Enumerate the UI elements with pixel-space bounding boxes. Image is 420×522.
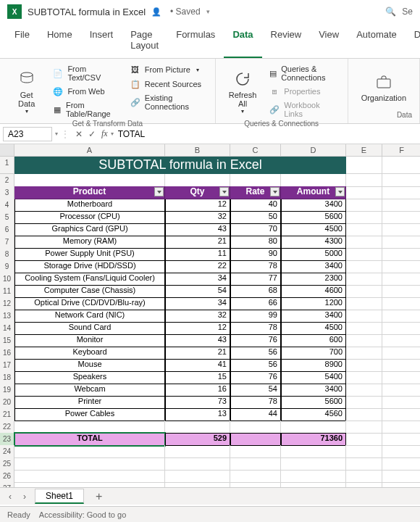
cell[interactable] <box>230 457 281 471</box>
column-header[interactable]: C <box>230 144 281 156</box>
row-header[interactable]: 14 <box>0 322 14 335</box>
table-cell-product[interactable]: Graphics Card (GPU) <box>14 223 165 236</box>
cell[interactable] <box>165 420 230 434</box>
table-cell-amount[interactable]: 5600 <box>281 396 346 409</box>
table-cell-amount[interactable]: 4560 <box>281 408 346 421</box>
cell[interactable] <box>346 347 382 360</box>
cell[interactable] <box>346 285 382 298</box>
table-cell-rate[interactable]: 50 <box>230 211 281 224</box>
cell[interactable] <box>382 157 420 174</box>
table-cell-product[interactable]: Storage Drive (HDD/SSD) <box>14 260 165 273</box>
table-cell-qty[interactable]: 12 <box>165 199 230 212</box>
table-cell-product[interactable]: Monitor <box>14 334 165 347</box>
table-cell-product[interactable]: Processor (CPU) <box>14 211 165 224</box>
search-icon[interactable]: 🔍 <box>385 7 396 17</box>
table-cell-product[interactable]: Webcam <box>14 384 165 397</box>
table-cell-product[interactable]: Speakers <box>14 371 165 384</box>
table-cell-qty[interactable]: 13 <box>165 408 230 421</box>
cell[interactable] <box>382 236 420 249</box>
cell[interactable] <box>346 334 382 347</box>
table-cell-product[interactable]: Power Supply Unit (PSU) <box>14 248 165 261</box>
name-box[interactable] <box>3 127 52 141</box>
table-cell-amount[interactable]: 4300 <box>281 236 346 249</box>
from-table-range-button[interactable]: ▦From Table/Range <box>50 99 122 120</box>
table-cell-rate[interactable]: 77 <box>230 273 281 286</box>
table-cell-amount[interactable]: 5400 <box>281 371 346 384</box>
filter-dropdown-icon[interactable] <box>270 187 280 196</box>
table-cell-qty[interactable]: 21 <box>165 236 230 249</box>
search-placeholder[interactable]: Se <box>402 7 413 17</box>
row-header[interactable]: 22 <box>0 420 14 434</box>
table-cell-amount[interactable]: 3400 <box>281 260 346 273</box>
table-cell-amount[interactable]: 4600 <box>281 285 346 298</box>
cell[interactable] <box>382 273 420 286</box>
table-header-rate[interactable]: Rate <box>230 186 281 199</box>
menu-tab-home[interactable]: Home <box>38 23 81 58</box>
table-cell-qty[interactable]: 16 <box>165 384 230 397</box>
row-header[interactable]: 6 <box>0 223 14 236</box>
table-cell-rate[interactable]: 40 <box>230 199 281 212</box>
from-text-csv-button[interactable]: 📄From Text/CSV <box>50 63 122 83</box>
cell[interactable] <box>346 384 382 397</box>
table-cell-qty[interactable]: 43 <box>165 334 230 347</box>
cell[interactable] <box>346 260 382 273</box>
cell[interactable] <box>382 408 420 421</box>
cell[interactable] <box>346 310 382 323</box>
row-header[interactable]: 13 <box>0 310 14 323</box>
cell[interactable] <box>382 433 420 446</box>
recent-sources-button[interactable]: 📋Recent Sources <box>127 78 208 91</box>
table-cell-qty[interactable]: 22 <box>165 260 230 273</box>
table-cell-product[interactable]: Cooling System (Fans/Liquid Cooler) <box>14 273 165 286</box>
cell[interactable] <box>165 445 230 458</box>
table-cell-amount[interactable]: 3400 <box>281 199 346 212</box>
fx-icon[interactable]: fx <box>98 128 111 139</box>
menu-tab-data[interactable]: Data <box>224 23 261 58</box>
cell[interactable] <box>346 445 382 458</box>
cell[interactable] <box>382 334 420 347</box>
cell[interactable] <box>382 347 420 360</box>
menu-tab-formulas[interactable]: Formulas <box>167 23 224 58</box>
cell[interactable] <box>346 297 382 310</box>
table-cell-product[interactable]: Network Card (NIC) <box>14 310 165 323</box>
sheet-nav-prev[interactable]: ‹ <box>6 492 14 502</box>
cell[interactable] <box>382 359 420 372</box>
cell[interactable] <box>346 433 382 446</box>
cell[interactable] <box>382 248 420 261</box>
table-cell-qty[interactable]: 43 <box>165 223 230 236</box>
sheet-title-cell[interactable]: SUBTOTAL formula in Excel <box>14 157 346 174</box>
table-cell-product[interactable]: Sound Card <box>14 322 165 335</box>
table-cell-amount[interactable]: 700 <box>281 347 346 360</box>
refresh-all-button[interactable]: Refresh All ▾ <box>223 63 263 120</box>
row-header[interactable]: 8 <box>0 248 14 261</box>
cell[interactable] <box>281 420 346 434</box>
column-header[interactable]: B <box>165 144 230 156</box>
table-cell-qty[interactable]: 54 <box>165 285 230 298</box>
formula-bar[interactable] <box>114 128 420 141</box>
row-header[interactable]: 5 <box>0 211 14 224</box>
filter-dropdown-icon[interactable] <box>154 187 164 196</box>
table-cell-amount[interactable]: 4500 <box>281 322 346 335</box>
cell[interactable] <box>165 470 230 483</box>
table-cell-rate[interactable]: 54 <box>230 384 281 397</box>
cell[interactable] <box>382 396 420 409</box>
cell[interactable] <box>346 236 382 249</box>
table-cell-qty[interactable]: 32 <box>165 310 230 323</box>
row-header[interactable]: 10 <box>0 273 14 286</box>
table-cell-amount[interactable]: 5600 <box>281 211 346 224</box>
filter-dropdown-icon[interactable] <box>219 187 229 196</box>
cell[interactable] <box>382 420 420 434</box>
table-cell-product[interactable]: Mouse <box>14 359 165 372</box>
cell[interactable] <box>346 248 382 261</box>
menu-tab-review[interactable]: Review <box>262 23 311 58</box>
row-header[interactable]: 16 <box>0 347 14 360</box>
cancel-formula-button[interactable]: ✕ <box>72 129 85 139</box>
table-cell-qty[interactable]: 32 <box>165 211 230 224</box>
get-data-button[interactable]: Get Data ▾ <box>7 63 46 120</box>
column-header[interactable]: F <box>382 144 420 156</box>
table-cell-amount[interactable]: 3400 <box>281 310 346 323</box>
table-cell-product[interactable]: Computer Case (Chassis) <box>14 285 165 298</box>
chevron-down-icon[interactable]: ▾ <box>206 8 210 15</box>
cell[interactable] <box>382 310 420 323</box>
table-cell-amount[interactable]: 5000 <box>281 248 346 261</box>
from-web-button[interactable]: 🌐From Web <box>50 85 122 98</box>
